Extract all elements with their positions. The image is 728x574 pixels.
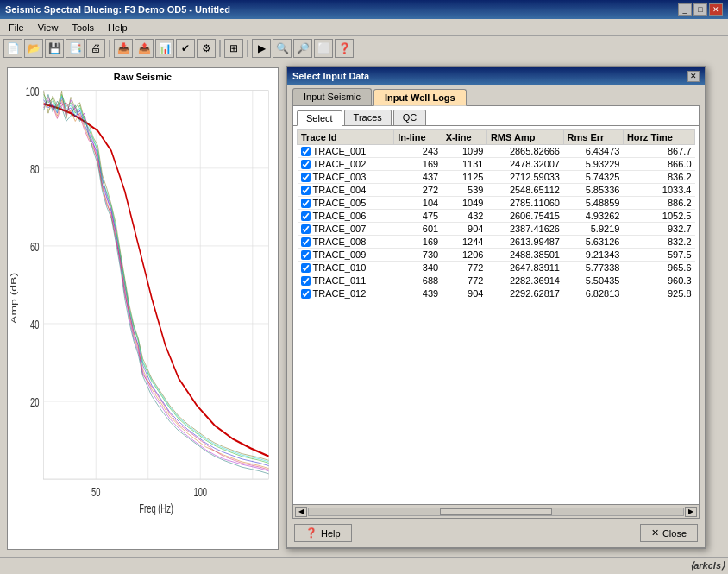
cell-horz-time: 932.7	[623, 223, 694, 236]
play-button[interactable]: ▶	[252, 39, 271, 58]
trace-checkbox[interactable]	[301, 250, 311, 260]
tab-input-seismic[interactable]: Input Seismic	[292, 88, 372, 105]
scroll-left-button[interactable]: ◀	[295, 507, 307, 517]
tab-content: Select Traces QC Trace Id	[292, 105, 700, 519]
cell-rms-amp: 2613.99487	[486, 236, 563, 249]
table-row[interactable]: TRACE_005 104 1049 2785.11060 5.48859 88…	[298, 197, 695, 210]
open-button[interactable]: 📂	[24, 39, 43, 58]
menu-file[interactable]: File	[3, 22, 29, 34]
dialog-close-button[interactable]: ✕	[687, 71, 700, 82]
cell-inline: 104	[394, 197, 442, 210]
trace-checkbox[interactable]	[301, 211, 311, 221]
cell-inline: 272	[394, 184, 442, 197]
svg-text:50: 50	[91, 485, 101, 499]
tab-qc[interactable]: QC	[393, 110, 427, 125]
cell-rms-err: 6.43473	[563, 145, 623, 158]
col-horz-time: Horz Time	[623, 130, 694, 145]
cell-rms-amp: 2785.11060	[486, 197, 563, 210]
trace-checkbox[interactable]	[301, 173, 311, 182]
cell-trace-id: TRACE_001	[298, 145, 394, 158]
cell-rms-err: 5.50435	[563, 274, 623, 287]
trace-checkbox[interactable]	[301, 186, 311, 195]
settings-button[interactable]: ⚙	[197, 39, 216, 58]
table-row[interactable]: TRACE_001 243 1099 2865.82666 6.43473 86…	[298, 145, 695, 158]
tab-traces[interactable]: Traces	[344, 110, 392, 125]
cell-rms-err: 5.85336	[563, 184, 623, 197]
cell-rms-amp: 2647.83911	[486, 262, 563, 274]
table-row[interactable]: TRACE_007 601 904 2387.41626 5.9219 932.…	[298, 223, 695, 236]
status-bar: ⟨arkcls⟩	[0, 557, 728, 574]
zoom-in-button[interactable]: 🔍	[273, 39, 292, 58]
chart-title: Raw Seismic	[8, 68, 278, 84]
cell-rms-amp: 2478.32007	[486, 158, 563, 171]
tab-select[interactable]: Select	[297, 110, 342, 126]
check-button[interactable]: ✔	[176, 39, 195, 58]
table-row[interactable]: TRACE_009 730 1206 2488.38501 9.21343 59…	[298, 249, 695, 262]
trace-table-container[interactable]: Trace Id In-line X-line RMS Amp Rms Err …	[293, 126, 699, 504]
trace-checkbox[interactable]	[301, 224, 311, 234]
cell-xline: 904	[442, 287, 486, 300]
table-row[interactable]: TRACE_002 169 1131 2478.32007 5.93229 86…	[298, 158, 695, 171]
table-row[interactable]: TRACE_006 475 432 2606.75415 4.93262 105…	[298, 210, 695, 223]
trace-checkbox[interactable]	[301, 147, 311, 156]
cell-horz-time: 925.8	[623, 287, 694, 300]
close-button[interactable]: ✕	[709, 3, 723, 16]
trace-checkbox[interactable]	[301, 237, 311, 247]
trace-checkbox[interactable]	[301, 289, 311, 299]
scroll-thumb[interactable]	[440, 508, 552, 515]
minimize-button[interactable]: _	[678, 3, 692, 16]
close-button[interactable]: ✕ Close	[640, 524, 698, 542]
maximize-button[interactable]: □	[693, 3, 707, 16]
cell-xline: 1099	[442, 145, 486, 158]
table-row[interactable]: TRACE_010 340 772 2647.83911 5.77338 965…	[298, 262, 695, 274]
table-row[interactable]: TRACE_011 688 772 2282.36914 5.50435 960…	[298, 274, 695, 287]
cell-horz-time: 866.0	[623, 158, 694, 171]
chart-svg: 100 80 60 40 20 50 100 Amp (dB) Freq (Hz…	[8, 84, 278, 526]
fit-button[interactable]: ⬜	[314, 39, 333, 58]
print-button[interactable]: 🖨	[86, 39, 105, 58]
cell-trace-id: TRACE_002	[298, 158, 394, 171]
cell-xline: 539	[442, 184, 486, 197]
cell-rms-err: 5.77338	[563, 262, 623, 274]
scroll-track[interactable]	[308, 508, 684, 516]
cell-xline: 1131	[442, 158, 486, 171]
tab-input-well-logs[interactable]: Input Well Logs	[373, 89, 467, 106]
table-row[interactable]: TRACE_008 169 1244 2613.99487 5.63126 83…	[298, 236, 695, 249]
cell-trace-id: TRACE_007	[298, 223, 394, 236]
scroll-right-button[interactable]: ▶	[685, 507, 697, 517]
col-xline: X-line	[442, 130, 486, 145]
menu-tools[interactable]: Tools	[66, 22, 99, 34]
menu-help[interactable]: Help	[103, 22, 133, 34]
col-rms-amp: RMS Amp	[486, 130, 563, 145]
save-button[interactable]: 💾	[45, 39, 64, 58]
menu-view[interactable]: View	[33, 22, 64, 34]
trace-checkbox[interactable]	[301, 276, 311, 286]
svg-rect-0	[44, 91, 269, 479]
help-button[interactable]: ❓	[335, 39, 354, 58]
table-row[interactable]: TRACE_012 439 904 2292.62817 6.82813 925…	[298, 287, 695, 300]
chart-button[interactable]: 📊	[155, 39, 174, 58]
svg-text:Freq (Hz): Freq (Hz)	[139, 501, 173, 515]
grid-button[interactable]: ⊞	[224, 39, 243, 58]
trace-checkbox[interactable]	[301, 199, 311, 208]
cell-rms-err: 5.93229	[563, 158, 623, 171]
save-as-button[interactable]: 📑	[66, 39, 85, 58]
cell-inline: 439	[394, 287, 442, 300]
cell-rms-amp: 2712.59033	[486, 171, 563, 184]
table-row[interactable]: TRACE_004 272 539 2548.65112 5.85336 103…	[298, 184, 695, 197]
export-button[interactable]: 📤	[135, 39, 154, 58]
import-button[interactable]: 📥	[114, 39, 133, 58]
table-row[interactable]: TRACE_003 437 1125 2712.59033 5.74325 83…	[298, 171, 695, 184]
cell-horz-time: 836.2	[623, 171, 694, 184]
cell-inline: 475	[394, 210, 442, 223]
zoom-out-button[interactable]: 🔎	[293, 39, 312, 58]
trace-checkbox[interactable]	[301, 263, 311, 273]
window-controls: _ □ ✕	[678, 3, 723, 16]
svg-text:100: 100	[26, 85, 40, 98]
col-inline: In-line	[394, 130, 442, 145]
col-trace-id: Trace Id	[298, 130, 394, 145]
trace-checkbox[interactable]	[301, 160, 311, 169]
help-button[interactable]: ❓ Help	[294, 524, 352, 542]
horizontal-scrollbar[interactable]: ◀ ▶	[293, 504, 699, 518]
new-button[interactable]: 📄	[3, 39, 22, 58]
